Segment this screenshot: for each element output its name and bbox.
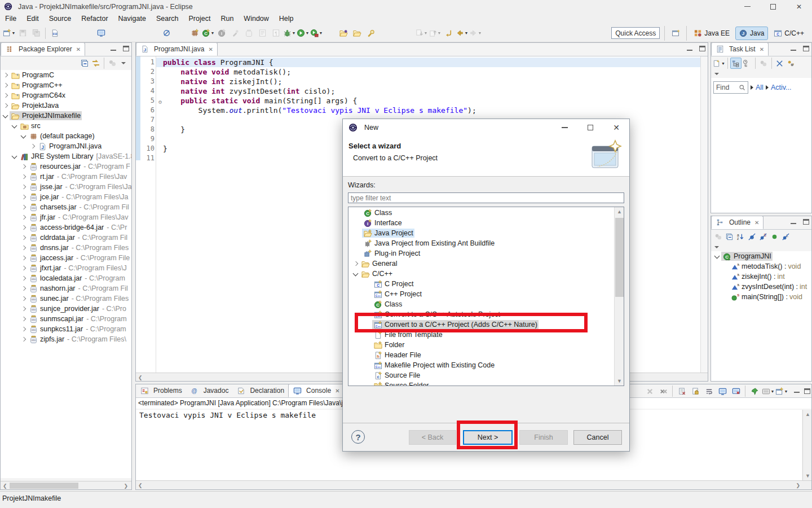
next-annotation-button[interactable]: ▼	[414, 27, 428, 40]
new-snippet-button[interactable]	[228, 27, 242, 40]
code-line[interactable]: native int zvysIntDeset(int cislo);	[156, 86, 700, 96]
sort-icon[interactable]: az	[735, 231, 746, 242]
tab-task-list[interactable]: Task List✕	[711, 42, 769, 56]
tree-item-dnsns-jar[interactable]: 010dnsns.jar- C:\Program Files	[1, 243, 131, 253]
maximize-view-icon[interactable]	[803, 46, 809, 51]
tree-item-cldrdata-jar[interactable]: 010cldrdata.jar- C:\Program Fil	[1, 233, 131, 243]
task-find-input[interactable]: Find	[713, 81, 748, 94]
outline-item-ziskejint[interactable]: NziskejInt() :int	[711, 271, 811, 282]
tree-chevron-icon[interactable]	[20, 224, 28, 231]
tree-item-programjni-java[interactable]: JProgramJNI.java	[1, 141, 131, 151]
hide-static-icon[interactable]: S	[757, 231, 769, 242]
terminate-button[interactable]	[643, 386, 656, 397]
save-button[interactable]	[16, 27, 29, 40]
wizard-filter-input[interactable]: type filter text	[348, 192, 624, 203]
code-line[interactable]: native int ziskejInt();	[156, 77, 700, 86]
code-line[interactable]: public class ProgramJNI {	[156, 58, 700, 67]
back-button[interactable]: ▼	[455, 27, 469, 40]
run-button[interactable]: ▼	[296, 27, 310, 40]
view-menu-icon[interactable]	[714, 246, 719, 248]
tree-item-jfr-jar[interactable]: 010jfr.jar- C:\Program Files\Jav	[1, 212, 131, 222]
perspective-java-ee[interactable]: Java EE	[690, 27, 733, 40]
tree-chevron-icon[interactable]	[713, 252, 721, 260]
tree-item-sunmscapi-jar[interactable]: 010sunmscapi.jar- C:\Program	[1, 314, 131, 324]
maximize-view-icon[interactable]	[804, 388, 810, 394]
collapse-all-icon[interactable]	[723, 231, 735, 242]
minimize-button[interactable]	[734, 0, 760, 13]
tree-chevron-icon[interactable]	[20, 193, 28, 201]
view-menu-icon[interactable]	[121, 62, 126, 64]
tree-item-zipfs-jar[interactable]: 010zipfs.jar- C:\Program Files\	[1, 334, 131, 344]
overview-ruler[interactable]	[700, 56, 708, 373]
wizard-item-folder[interactable]: Folder	[348, 340, 614, 350]
tree-item-sunpkcs11-jar[interactable]: 010sunpkcs11.jar- C:\Program	[1, 324, 131, 334]
tree-chevron-icon[interactable]	[2, 91, 10, 99]
console-vscrollbar[interactable]: ▲▼	[802, 410, 811, 480]
tree-item-jfxrt-jar[interactable]: 010jfxrt.jar- C:\Program Files\J	[1, 263, 131, 273]
tree-chevron-icon[interactable]	[2, 71, 10, 79]
outline-item-main[interactable]: Smain(String[]) :void	[711, 292, 811, 302]
tree-chevron-icon[interactable]	[2, 102, 10, 110]
menu-file[interactable]: File	[0, 13, 21, 24]
tree-chevron-icon[interactable]	[20, 132, 28, 140]
tab-package-explorer[interactable]: Package Explorer✕	[1, 42, 85, 56]
remove-all-terminated-button[interactable]	[656, 386, 670, 397]
hide-local-types-icon[interactable]: L	[780, 231, 791, 242]
wizard-item-interface[interactable]: IInterface	[348, 218, 614, 228]
open-resource-button[interactable]	[350, 27, 364, 40]
tree-chevron-icon[interactable]	[20, 305, 28, 313]
code-line[interactable]: public static void main(String[] args) {	[156, 96, 700, 106]
focus-on-task-icon[interactable]	[107, 58, 118, 69]
minimize-view-icon[interactable]	[794, 392, 800, 393]
tree-item-nashorn-jar[interactable]: 010nashorn.jar- C:\Program Fil	[1, 283, 131, 294]
menu-search[interactable]: Search	[151, 13, 184, 24]
wizard-item-plug-in-project[interactable]: Plug-in Project	[348, 248, 614, 259]
hide-non-public-icon[interactable]	[769, 231, 780, 242]
menu-source[interactable]: Source	[44, 13, 77, 24]
clear-console-button[interactable]	[675, 386, 689, 397]
wizard-item-c-project[interactable]: C++C++ Project	[348, 289, 614, 299]
tree-chevron-icon[interactable]	[20, 315, 28, 323]
synchronize-icon[interactable]	[785, 58, 797, 69]
tree-chevron-icon[interactable]	[352, 260, 360, 268]
tree-chevron-icon[interactable]	[20, 325, 28, 333]
new-jar-button[interactable]	[242, 27, 255, 40]
quick-access-input[interactable]: Quick Access	[611, 27, 660, 39]
view-menu-icon[interactable]	[714, 73, 719, 75]
menu-project[interactable]: Project	[184, 13, 216, 24]
tree-item-jsse-jar[interactable]: 010jsse.jar- C:\Program Files\Ja	[1, 182, 131, 192]
maximize-view-icon[interactable]	[803, 219, 809, 225]
maximize-button[interactable]	[760, 0, 786, 13]
pin-console-button[interactable]	[748, 386, 761, 397]
tree-item-jaccess-jar[interactable]: 010jaccess.jar- C:\Program File	[1, 253, 131, 263]
tree-chevron-icon[interactable]	[2, 81, 10, 89]
wizard-item-header-file[interactable]: hHeader File	[348, 350, 614, 360]
tree-chevron-icon[interactable]	[11, 152, 19, 160]
menu-edit[interactable]: Edit	[21, 13, 44, 24]
show-stdout-button[interactable]	[716, 386, 729, 397]
tree-chevron-icon[interactable]	[20, 254, 28, 262]
filter-all-link[interactable]: All	[756, 84, 764, 91]
menu-run[interactable]: Run	[215, 13, 239, 24]
tab-outline[interactable]: Outline✕	[711, 216, 764, 229]
menu-help[interactable]: Help	[274, 13, 299, 24]
wizard-item-java-project-from-existing-ant-buildfile[interactable]: Java Project from Existing Ant Buildfile	[348, 238, 614, 248]
console-monitor-button[interactable]	[94, 27, 108, 40]
back-button[interactable]: < Back	[409, 430, 456, 445]
new-interface-button[interactable]: I	[215, 27, 228, 40]
open-console-button[interactable]: ▼	[775, 386, 788, 397]
debug-button[interactable]: ▼	[283, 27, 296, 40]
tree-chevron-icon[interactable]	[20, 183, 28, 191]
wizard-item-source-file[interactable]: cSource File	[348, 370, 614, 380]
maximize-view-icon[interactable]	[123, 46, 129, 51]
tree-item-programc[interactable]: cProgramC	[1, 70, 131, 80]
tree-chevron-icon[interactable]	[352, 270, 360, 278]
run-external-tools-button[interactable]: ▼	[310, 27, 323, 40]
tree-item-localedata-jar[interactable]: 010localedata.jar- C:\Program	[1, 273, 131, 283]
filter-activated-link[interactable]: Activ...	[771, 84, 792, 91]
new-task-icon[interactable]: ▼	[712, 58, 725, 69]
dialog-minimize-button[interactable]	[551, 119, 577, 136]
package-explorer-hscrollbar[interactable]: ❮❯	[1, 481, 131, 489]
focus-on-workweek-icon[interactable]	[758, 58, 769, 69]
tree-item-sunjce-provider-jar[interactable]: 010sunjce_provider.jar- C:\Pro	[1, 304, 131, 314]
